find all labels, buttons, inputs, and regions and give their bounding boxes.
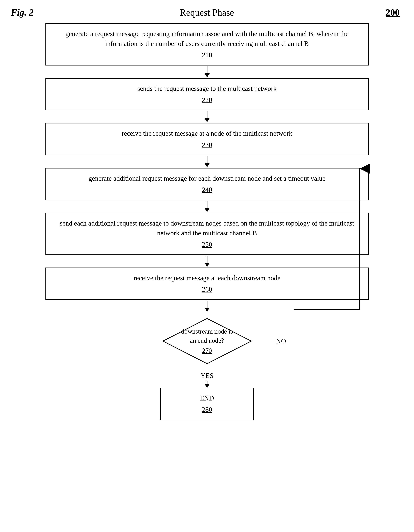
step-260-box: receive the request message at each down… xyxy=(45,267,369,300)
yes-label: YES xyxy=(201,371,214,380)
arrow-6 xyxy=(45,300,369,312)
yes-arrow-connector: YES xyxy=(45,370,369,388)
diamond-num: 270 xyxy=(180,346,234,355)
page-number: 200 xyxy=(386,7,400,18)
arrow-down-2 xyxy=(207,111,207,122)
diamond-question: downstream node is an end node? xyxy=(181,328,233,344)
step-230-num: 230 xyxy=(51,140,363,150)
page: Fig. 2 Request Phase 200 generate a requ… xyxy=(0,0,414,532)
step-250-text: send each additional request message to … xyxy=(60,219,354,237)
step-210-num: 210 xyxy=(51,50,363,60)
step-210-text: generate a request message requesting in… xyxy=(65,30,348,47)
fig-label: Fig. 2 xyxy=(11,7,34,18)
diamond-270-text: downstream node is an end node? 270 xyxy=(180,327,234,355)
step-250-num: 250 xyxy=(51,239,363,249)
step-210-box: generate a request message requesting in… xyxy=(45,23,369,66)
diamond-inner: downstream node is an end node? 270 xyxy=(162,318,252,364)
arrow-down-1 xyxy=(207,66,207,77)
step-260-text: receive the request message at each down… xyxy=(134,274,281,282)
end-text: END xyxy=(200,394,214,402)
step-220-text: sends the request message to the multica… xyxy=(138,85,277,92)
arrow-down-4 xyxy=(207,201,207,212)
arrow-down-yes xyxy=(207,381,207,388)
arrow-down-5 xyxy=(207,256,207,267)
step-240-box: generate additional request message for … xyxy=(45,168,369,200)
step-220-box: sends the request message to the multica… xyxy=(45,78,369,110)
step-220-num: 220 xyxy=(51,95,363,105)
arrow-4 xyxy=(45,200,369,213)
step-230-text: receive the request message at a node of… xyxy=(122,130,292,137)
diamond-270: downstream node is an end node? 270 NO xyxy=(162,318,252,364)
end-box: END 280 xyxy=(160,388,254,420)
step-250-box: send each additional request message to … xyxy=(45,213,369,255)
flowchart: generate a request message requesting in… xyxy=(45,23,369,420)
step-230-box: receive the request message at a node of… xyxy=(45,123,369,155)
diamond-270-container: downstream node is an end node? 270 NO xyxy=(45,312,369,370)
arrow-down-3 xyxy=(207,156,207,167)
arrow-down-6 xyxy=(207,301,207,312)
no-label: NO xyxy=(276,337,286,345)
arrow-1 xyxy=(45,66,369,78)
page-title: Request Phase xyxy=(180,7,234,18)
step-240-num: 240 xyxy=(51,185,363,195)
arrow-2 xyxy=(45,110,369,123)
arrow-5 xyxy=(45,255,369,267)
arrow-3 xyxy=(45,155,369,168)
end-num: 280 xyxy=(166,405,248,415)
step-240-text: generate additional request message for … xyxy=(89,175,325,182)
step-260-num: 260 xyxy=(51,285,363,294)
flowchart-wrapper: generate a request message requesting in… xyxy=(45,23,369,420)
